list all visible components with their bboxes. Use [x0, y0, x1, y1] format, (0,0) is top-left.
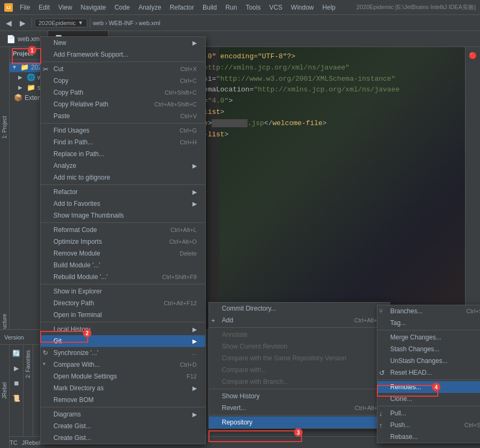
- clear-btn[interactable]: ▶: [10, 362, 23, 375]
- repo-remotes[interactable]: Remotes...: [377, 381, 480, 393]
- menu-copy-path[interactable]: Copy Path Ctrl+Shift+C: [41, 87, 205, 98]
- menu-run[interactable]: Run: [222, 3, 241, 12]
- menu-rebuild-module[interactable]: Rebuild Module '...' Ctrl+Shift+F9: [41, 271, 205, 283]
- tree-ext-icon: 📦: [14, 94, 22, 102]
- repo-stash[interactable]: Stash Changes...: [377, 343, 480, 355]
- repo-merge-changes[interactable]: Merge Changes...: [377, 331, 480, 343]
- toolbar-back[interactable]: ◀: [2, 17, 15, 29]
- menu-build-module[interactable]: Build Module '...': [41, 259, 205, 271]
- menu-refactor[interactable]: Refactor: [166, 3, 198, 12]
- menu-add-gitignore[interactable]: Add mic to gitignore: [41, 172, 205, 183]
- menu-show-explorer[interactable]: Show in Explorer: [41, 285, 205, 297]
- repo-branches[interactable]: ⑂ Branches... Ctrl+Shift+`: [377, 305, 480, 317]
- tree-root-arrow: ▼: [12, 64, 18, 70]
- menu-show-thumbnails[interactable]: Show Image Thumbnails: [41, 210, 205, 221]
- menu-directory-path-label: Directory Path: [53, 299, 94, 307]
- jrebel-icon[interactable]: 🔴: [467, 49, 479, 62]
- menu-add-favorites[interactable]: Add to Favorites ▶: [41, 198, 205, 210]
- menu-mark-directory[interactable]: Mark Directory as ▶: [41, 382, 205, 394]
- toolbar-forward[interactable]: ▶: [16, 17, 29, 29]
- project-dropdown[interactable]: 2020Epidemic ▼: [35, 19, 87, 27]
- menu-remove-bom[interactable]: Remove BOM: [41, 394, 205, 406]
- menu-create-gist2[interactable]: Create Gist...: [41, 432, 205, 444]
- menu-window[interactable]: Window: [287, 3, 318, 12]
- menu-local-history[interactable]: Local History ▶: [41, 323, 205, 335]
- project-name: 2020Epidemic: [38, 20, 76, 26]
- git-show-history[interactable]: Show History: [209, 390, 390, 402]
- git-repository[interactable]: Repository ▶: [209, 416, 390, 428]
- menu-analyze[interactable]: Analyze: [135, 3, 165, 12]
- menu-analyze[interactable]: Analyze ▶: [41, 160, 205, 172]
- repo-rebase[interactable]: Rebase...: [377, 431, 480, 443]
- menu-view[interactable]: View: [55, 3, 76, 12]
- menu-find-usages[interactable]: Find Usages Ctrl+G: [41, 125, 205, 136]
- menu-tools[interactable]: Tools: [242, 3, 265, 12]
- menu-analyze-arrow: ▶: [187, 163, 197, 169]
- refresh-btn[interactable]: 🔄: [10, 347, 23, 360]
- menu-directory-path-shortcut: Ctrl+Alt+F12: [153, 300, 197, 306]
- menu-directory-path[interactable]: Directory Path Ctrl+Alt+F12: [41, 297, 205, 309]
- repo-sep2: [377, 380, 480, 380]
- breadcrumb-item2[interactable]: WEB-INF: [109, 20, 133, 26]
- repo-reset-head[interactable]: ↺ Reset HEAD...: [377, 367, 480, 379]
- menu-copy-relative-path[interactable]: Copy Relative Path Ctrl+Alt+Shift+C: [41, 98, 205, 110]
- tree-src-icon: 📁: [27, 83, 35, 91]
- menu-navigate[interactable]: Navigate: [77, 3, 110, 12]
- breadcrumb-item3[interactable]: web.xml: [139, 20, 160, 26]
- scroll-btn[interactable]: 📜: [10, 392, 23, 405]
- menu-open-module-settings[interactable]: Open Module Settings F12: [41, 370, 205, 382]
- menu-reformat[interactable]: Reformat Code Ctrl+Alt+L: [41, 224, 205, 236]
- menu-optimize-imports[interactable]: Optimize Imports Ctrl+Alt+O: [41, 236, 205, 248]
- menu-cut[interactable]: ✂ Cut Ctrl+X: [41, 63, 205, 75]
- menu-replace-in-path[interactable]: Replace in Path...: [41, 148, 205, 160]
- sep3: [41, 184, 205, 185]
- git-add[interactable]: + Add Ctrl+Alt+A: [209, 314, 390, 326]
- menu-remove-module-label: Remove Module: [53, 250, 100, 257]
- repo-unstash[interactable]: UnStash Changes...: [377, 355, 480, 367]
- git-revert[interactable]: Revert... Ctrl+Alt+Z: [209, 402, 390, 414]
- menu-show-explorer-label: Show in Explorer: [53, 288, 102, 295]
- stop-btn[interactable]: ⏹: [10, 377, 23, 390]
- menu-file[interactable]: File: [16, 3, 34, 12]
- bottom-left-labels: JRebel: [0, 345, 10, 436]
- repo-rebase-label: Rebase...: [390, 433, 417, 441]
- branches-icon: ⑂: [379, 307, 383, 315]
- menu-help[interactable]: Help: [319, 3, 339, 12]
- repo-pull[interactable]: ↓ Pull...: [377, 407, 480, 419]
- git-sep3: [209, 415, 390, 415]
- menu-synchronize[interactable]: ↻ Synchronize '...' ...: [41, 347, 205, 359]
- menu-edit[interactable]: Edit: [35, 3, 53, 12]
- push-icon: ↑: [379, 421, 383, 429]
- menu-remove-module[interactable]: Remove Module Delete: [41, 248, 205, 259]
- git-compare-with-label: Compare with...: [222, 366, 267, 374]
- git-commit-directory[interactable]: Commit Directory...: [209, 303, 390, 314]
- menu-paste[interactable]: Paste Ctrl+V: [41, 110, 205, 122]
- menu-new[interactable]: New ▶: [41, 37, 205, 49]
- menu-copy-relative-shortcut: Ctrl+Alt+Shift+C: [144, 101, 197, 107]
- menu-copy[interactable]: Copy Ctrl+C: [41, 75, 205, 87]
- repo-push-shortcut: Ctrl+Shift+K: [454, 422, 480, 428]
- jrebel-side-label: JRebel: [2, 382, 7, 399]
- menu-vcs[interactable]: VCS: [266, 3, 287, 12]
- context-menu-repository: ⑂ Branches... Ctrl+Shift+` Tag... Merge …: [377, 305, 480, 443]
- project-side-label: 1: Project: [2, 116, 7, 138]
- breadcrumb-item1[interactable]: web: [93, 20, 104, 26]
- repo-push[interactable]: ↑ Push... Ctrl+Shift+K: [377, 419, 480, 431]
- menu-build[interactable]: Build: [199, 3, 221, 12]
- menu-diagrams[interactable]: Diagrams ▶: [41, 408, 205, 420]
- pull-icon: ↓: [379, 410, 383, 418]
- toolbar-sep1: [32, 18, 32, 28]
- menu-compare-with[interactable]: * Compare With... Ctrl+D: [41, 359, 205, 370]
- menu-add-framework[interactable]: Add Framework Support...: [41, 49, 205, 60]
- menu-open-terminal[interactable]: Open in Terminal: [41, 309, 205, 321]
- menu-create-gist1[interactable]: Create Gist...: [41, 420, 205, 432]
- menu-code[interactable]: Code: [111, 3, 134, 12]
- menu-reformat-label: Reformat Code: [53, 226, 97, 234]
- menu-git[interactable]: Git ▶: [41, 335, 205, 347]
- tree-root-icon: 📁: [20, 63, 29, 71]
- menu-find-in-path[interactable]: Find in Path... Ctrl+H: [41, 136, 205, 148]
- menu-refactor[interactable]: Refactor ▶: [41, 186, 205, 198]
- repo-merge-changes-label: Merge Changes...: [390, 334, 441, 341]
- repo-clone[interactable]: Clone...: [377, 393, 480, 405]
- repo-tag[interactable]: Tag...: [377, 317, 480, 329]
